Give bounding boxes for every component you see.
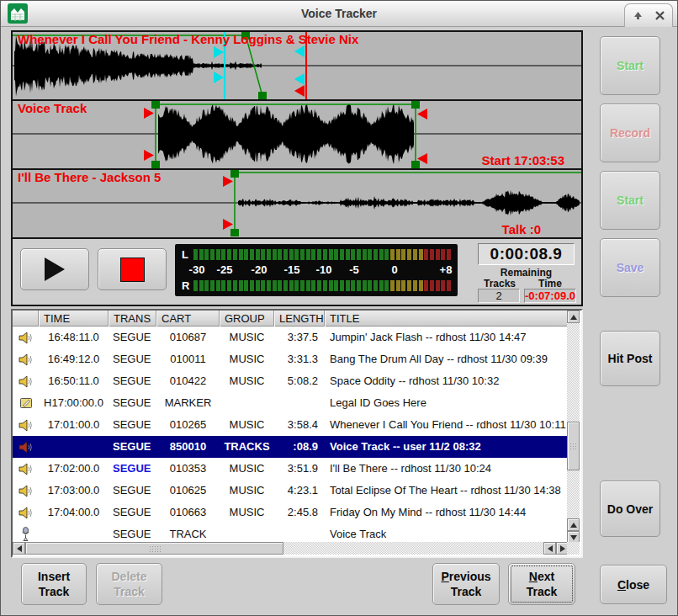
play-button[interactable] xyxy=(20,248,89,290)
cell-trans: SEGUE xyxy=(109,458,156,480)
meter-segment xyxy=(311,249,315,260)
meter-segment xyxy=(329,280,333,291)
thumb-grip xyxy=(149,545,161,552)
meter-segment xyxy=(419,249,423,260)
meter-left-segments xyxy=(193,249,454,260)
log-row[interactable]: 16:49:12.0SEGUE010011MUSIC3:31.3Bang The… xyxy=(13,348,569,370)
cart-type-icon-cell xyxy=(13,414,39,436)
close-icon[interactable] xyxy=(654,10,665,22)
scroll-left-icon xyxy=(548,545,553,552)
cell-length: 3:51.9 xyxy=(274,458,325,480)
cart-type-icon-cell xyxy=(13,502,39,523)
hscroll-thumb[interactable] xyxy=(25,542,283,555)
cell-cart: 010687 xyxy=(156,327,220,348)
scroll-up-button[interactable] xyxy=(567,311,580,323)
meter-segment xyxy=(384,280,389,291)
log-row-selected[interactable]: SEGUE850010TRACKS:08.9Voice Track -- use… xyxy=(13,436,569,458)
meter-segment xyxy=(447,249,451,260)
scroll-left-button[interactable] xyxy=(13,542,25,555)
meter-segment xyxy=(317,280,321,291)
cell-group: TRACKS xyxy=(220,436,274,458)
cell-title: Voice Track -- user 11/2 08:32 xyxy=(325,436,569,458)
hit-post-button[interactable]: Hit Post xyxy=(600,331,660,386)
start-next-button[interactable]: Start xyxy=(600,171,660,230)
cell-group: MUSIC xyxy=(220,458,274,480)
scroll-left-button-2[interactable] xyxy=(543,542,556,555)
meter-segment xyxy=(346,249,350,260)
scroll-up-button-2[interactable] xyxy=(567,518,580,531)
cell-time: 16:50:11.0 xyxy=(39,370,109,392)
cell-length xyxy=(274,392,325,414)
vscroll-thumb[interactable] xyxy=(567,422,580,470)
meter-segment xyxy=(289,249,294,260)
log-row[interactable]: 17:01:00.0SEGUE010265MUSIC3:58.4Whenever… xyxy=(13,414,569,436)
cell-cart: 010011 xyxy=(156,348,220,370)
meter-segment xyxy=(221,280,225,291)
column-header-length[interactable]: LENGTH xyxy=(274,311,325,327)
log-row[interactable]: H17:00:00.0SEGUEMARKERLegal ID Goes Here xyxy=(13,392,569,414)
titlebar[interactable]: Voice Tracker xyxy=(1,1,677,27)
marker-icon xyxy=(19,396,33,410)
cell-length: 3:58.4 xyxy=(274,414,325,436)
meter-segment xyxy=(216,249,220,260)
vscroll-track[interactable] xyxy=(567,470,580,518)
waveform-track-1[interactable]: Whenever I Call You Friend - Kenny Loggi… xyxy=(13,32,581,101)
cell-length xyxy=(274,523,325,544)
column-header-group[interactable]: GROUP xyxy=(220,311,274,327)
horizontal-scrollbar[interactable] xyxy=(13,542,569,555)
maximize-icon[interactable] xyxy=(632,10,644,22)
close-button[interactable]: Close xyxy=(600,565,667,604)
meter-segment xyxy=(329,249,333,260)
cell-trans: SEGUE xyxy=(109,392,156,414)
waveform-track-2[interactable]: Voice Track Start 17:03:53 xyxy=(13,101,581,170)
meter-segment xyxy=(357,249,361,260)
hscroll-track[interactable] xyxy=(283,542,543,555)
do-over-button[interactable]: Do Over xyxy=(600,481,660,537)
meter-scale-label: -5 xyxy=(349,263,359,276)
meter-segment xyxy=(379,249,384,260)
microphone-icon xyxy=(21,527,30,542)
track-2-start-time: Start 17:03:53 xyxy=(482,153,564,167)
vscroll-track[interactable] xyxy=(567,323,580,422)
vertical-scrollbar[interactable] xyxy=(567,311,580,556)
next-track-button[interactable]: NextTrack xyxy=(508,563,575,605)
column-header-title[interactable]: TITLE xyxy=(325,311,569,327)
meter-segment xyxy=(199,280,204,291)
cell-time: 17:04:00.0 xyxy=(39,502,109,523)
meter-segment xyxy=(334,280,338,291)
stop-button[interactable] xyxy=(98,248,167,290)
remaining-time-value: -0:07:09.0 xyxy=(524,289,576,303)
log-row[interactable]: 16:48:11.0SEGUE010687MUSIC3:37.5Jumpin' … xyxy=(13,327,569,348)
log-row[interactable]: SEGUETRACKVoice Track xyxy=(13,523,569,544)
column-header-time[interactable]: TIME xyxy=(39,311,109,327)
meter-segment xyxy=(256,249,260,260)
log-row[interactable]: 17:03:00.0SEGUE010625MUSIC4:23.1Total Ec… xyxy=(13,480,569,502)
column-header-icon[interactable] xyxy=(13,311,39,327)
scroll-up-icon xyxy=(570,315,577,320)
meter-scale-label: -30 xyxy=(189,263,205,276)
log-row[interactable]: 17:04:00.0SEGUE010663MUSIC2:45.8Friday O… xyxy=(13,502,569,523)
cell-cart: 010422 xyxy=(156,370,220,392)
meter-segment xyxy=(227,280,231,291)
cell-group: MUSIC xyxy=(220,414,274,436)
remaining-tracks-label: Tracks xyxy=(478,278,522,289)
cell-title: Bang The Drum All Day -- rdhost 11/30 09… xyxy=(325,348,569,370)
column-header-trans[interactable]: TRANS xyxy=(109,311,156,327)
log-row[interactable]: 16:50:11.0SEGUE010422MUSIC5:08.2Space Od… xyxy=(13,370,569,392)
save-button[interactable]: Save xyxy=(600,238,660,297)
meter-segment xyxy=(407,280,411,291)
previous-track-button[interactable]: PreviousTrack xyxy=(432,563,500,605)
start-segue-button[interactable]: Start xyxy=(600,36,660,95)
cell-group: MUSIC xyxy=(220,480,274,502)
insert-track-button[interactable]: InsertTrack xyxy=(21,563,87,605)
waveform-track-3[interactable]: I'll Be There - Jackson 5 Talk :0 xyxy=(13,170,581,239)
meter-segment xyxy=(233,280,237,291)
record-button[interactable]: Record xyxy=(600,104,660,162)
delete-track-button[interactable]: DeleteTrack xyxy=(96,563,162,605)
meter-segment xyxy=(430,249,434,260)
meter-segment xyxy=(401,249,405,260)
voice-tracker-window: Voice Tracker Whenever I Call You Friend… xyxy=(0,0,678,616)
log-row[interactable]: 17:02:00.0SEGUE010353MUSIC3:51.9I'll Be … xyxy=(13,458,569,480)
column-header-cart[interactable]: CART xyxy=(156,311,220,327)
meter-segment xyxy=(334,249,338,260)
